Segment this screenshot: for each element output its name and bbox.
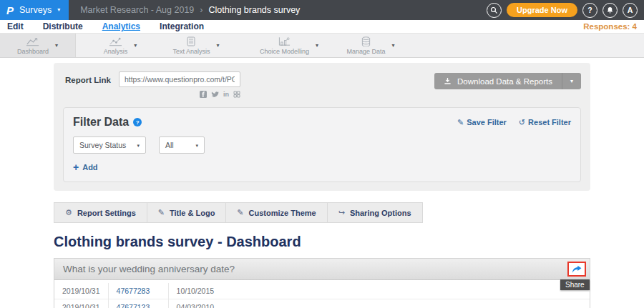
filter-value-select[interactable]: All ▾ [159, 136, 205, 154]
toolbar-item-label: Text Analysis [172, 48, 210, 55]
breadcrumb: Market Research - Aug 2019 › Clothing br… [80, 5, 300, 15]
table-row: 2019/10/31 47677123 04/03/2010 [54, 299, 590, 308]
share-arrow-icon [572, 265, 582, 274]
edit-icon: ✎ [158, 208, 165, 217]
nav-item-analytics[interactable]: Analytics [102, 21, 140, 31]
twitter-icon[interactable] [211, 91, 219, 98]
share-tooltip: Share [560, 279, 590, 290]
choice-modelling-icon [278, 36, 291, 46]
search-icon [490, 6, 498, 14]
report-link-input[interactable] [119, 71, 240, 87]
question-text: What is your wedding anniversary date? [63, 264, 235, 274]
download-button-group: Download Data & Reports ▾ [434, 73, 581, 89]
tab-label: Customize Theme [249, 209, 316, 217]
facebook-icon[interactable] [200, 91, 207, 98]
nav-item-distribute[interactable]: Distribute [43, 21, 83, 31]
toolbar-item-label: Choice Modelling [260, 48, 309, 55]
filter-type-select[interactable]: Survey Status ▾ [73, 136, 146, 154]
chevron-down-icon[interactable]: ▾ [134, 43, 137, 49]
toolbar-item-text-analysis[interactable]: Text Analysis ▾ [159, 34, 233, 57]
download-button-label: Download Data & Reports [457, 77, 552, 86]
tab-title-logo[interactable]: ✎ Title & Logo [147, 202, 227, 223]
search-button[interactable] [487, 3, 502, 18]
report-settings-tabs: ⚙ Report Settings ✎ Title & Logo ✎ Custo… [54, 202, 590, 223]
chevron-down-icon: ▾ [137, 143, 140, 148]
responses-count[interactable]: Responses: 4 [583, 22, 637, 31]
reset-filter-button[interactable]: ↺ Reset Filter [519, 118, 571, 127]
toolbar-item-label: Analysis [104, 48, 128, 55]
breadcrumb-parent[interactable]: Market Research - Aug 2019 [80, 5, 194, 15]
share-button[interactable] [567, 262, 586, 277]
report-link-label: Report Link [65, 76, 111, 84]
account-avatar[interactable]: A [623, 3, 638, 18]
tab-sharing-options[interactable]: ↪ Sharing Options [327, 202, 423, 223]
save-filter-button[interactable]: ✎ Save Filter [457, 118, 507, 127]
reset-icon: ↺ [519, 118, 525, 127]
toolbar-item-label: Manage Data [346, 48, 385, 55]
chevron-down-icon[interactable]: ▾ [392, 43, 395, 49]
response-id-link[interactable]: 47677283 [108, 283, 168, 299]
table-row: 2019/10/31 47677283 10/10/2015 [54, 283, 590, 299]
tab-label: Report Settings [77, 209, 136, 217]
response-id-link[interactable]: 47677123 [108, 299, 168, 308]
database-icon [361, 36, 371, 46]
product-switcher[interactable]: P Surveys ▾ [0, 0, 69, 20]
save-filter-label: Save Filter [467, 118, 507, 126]
add-filter-button[interactable]: + Add [73, 162, 106, 172]
chevron-down-icon[interactable]: ▾ [55, 43, 58, 49]
reset-filter-label: Reset Filter [528, 118, 571, 126]
add-filter-label: Add [82, 163, 97, 172]
breadcrumb-current: Clothing brands survey [208, 5, 300, 15]
help-button[interactable]: ? [582, 3, 597, 18]
upgrade-now-button[interactable]: Upgrade Now [507, 3, 577, 17]
analytics-toolbar: Dashboard ▾ Analysis ▾ Text Analysis ▾ C… [0, 34, 644, 58]
filter-data-section: Filter Data ? ✎ Save Filter ↺ Reset Filt… [63, 107, 581, 182]
dashboard-chart-icon [26, 36, 39, 46]
questionpro-logo: P [6, 4, 14, 16]
filter-value-value: All [165, 141, 174, 149]
tab-label: Sharing Options [350, 209, 411, 217]
toolbar-item-analysis[interactable]: Analysis ▾ [86, 34, 155, 57]
response-answer: 04/03/2010 [168, 299, 590, 308]
page-title: Clothing brands survey - Dashboard [54, 234, 590, 250]
analysis-chart-icon [109, 36, 122, 46]
survey-nav: Edit Distribute Analytics Integration Re… [0, 20, 644, 34]
tab-customize-theme[interactable]: ✎ Customize Theme [225, 202, 327, 223]
toolbar-item-dashboard[interactable]: Dashboard ▾ [0, 34, 76, 57]
chevron-down-icon[interactable]: ▾ [316, 43, 318, 49]
plus-icon: + [73, 162, 79, 172]
response-date: 2019/10/31 [54, 299, 108, 308]
edit-icon: ✎ [237, 208, 243, 217]
responses-table: 2019/10/31 47677283 10/10/2015 2019/10/3… [54, 283, 590, 308]
response-answer: 10/10/2015 [168, 283, 590, 299]
embed-icon[interactable] [233, 91, 240, 98]
question-header: What is your wedding anniversary date? S… [54, 259, 590, 280]
toolbar-item-label: Dashboard [17, 48, 49, 55]
main-content: Report Link in Download Data & Reports ▾ [54, 63, 590, 308]
chevron-down-icon[interactable]: ▾ [217, 43, 220, 49]
response-date: 2019/10/31 [54, 283, 108, 299]
question-mark-icon: ? [587, 6, 592, 14]
filter-help-icon[interactable]: ? [133, 118, 142, 126]
chevron-down-icon: ▾ [570, 79, 573, 84]
tab-report-settings[interactable]: ⚙ Report Settings [54, 202, 147, 223]
filter-type-value: Survey Status [79, 141, 126, 149]
download-options-dropdown[interactable]: ▾ [562, 73, 581, 89]
download-data-reports-button[interactable]: Download Data & Reports [434, 73, 562, 89]
download-icon [444, 77, 452, 85]
breadcrumb-separator-icon: › [200, 5, 203, 15]
question-panel: What is your wedding anniversary date? S… [54, 258, 590, 308]
toolbar-item-manage-data[interactable]: Manage Data ▾ [333, 34, 408, 57]
linkedin-icon[interactable]: in [223, 91, 229, 98]
notifications-button[interactable] [602, 3, 618, 18]
text-analysis-icon [187, 36, 195, 46]
gears-icon: ⚙ [65, 208, 72, 217]
nav-item-edit[interactable]: Edit [7, 21, 24, 31]
chevron-down-icon: ▾ [195, 143, 198, 148]
share-icon: ↪ [338, 208, 345, 217]
toolbar-item-choice-modelling[interactable]: Choice Modelling ▾ [249, 34, 329, 57]
tab-label: Title & Logo [170, 209, 215, 217]
nav-item-integration[interactable]: Integration [160, 21, 204, 31]
filter-data-title: Filter Data [73, 116, 129, 129]
report-panel: Report Link in Download Data & Reports ▾ [54, 63, 590, 191]
